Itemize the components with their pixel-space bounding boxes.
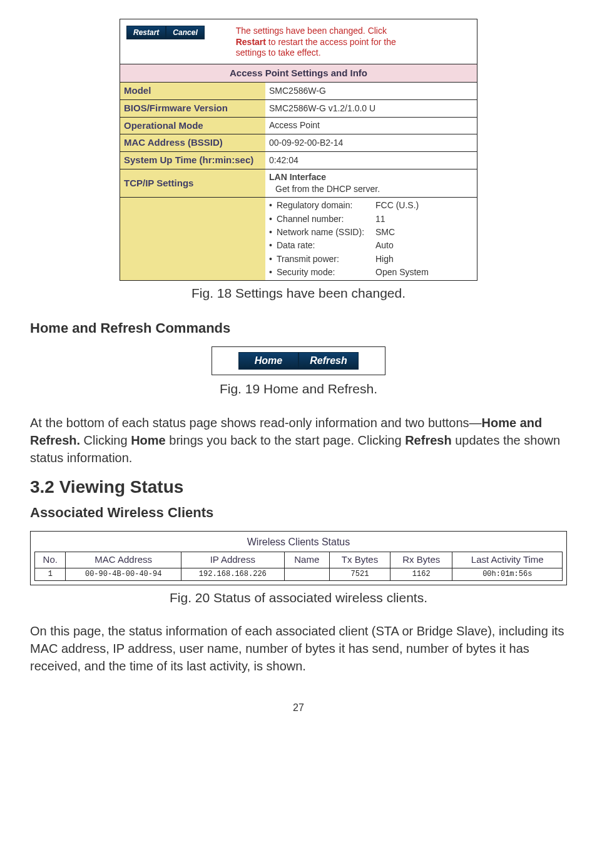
clients-paragraph: On this page, the status information of … [30, 623, 567, 675]
settings-table: Access Point Settings and Info Model SMC… [120, 64, 477, 281]
row-mac-label: MAC Address (BSSID) [120, 134, 265, 152]
row-specs-label [120, 198, 265, 280]
col-tx: Tx Bytes [329, 552, 390, 568]
section-3-2-heading: 3.2 Viewing Status [30, 475, 567, 500]
fig20-caption: Fig. 20 Status of associated wireless cl… [30, 589, 567, 607]
col-rx: Rx Bytes [390, 552, 452, 568]
fig18-box: Restart Cancel The settings have been ch… [120, 19, 477, 281]
cell-name [284, 568, 329, 580]
row-mac-value: 00-09-92-00-B2-14 [265, 134, 477, 152]
home-refresh-heading: Home and Refresh Commands [30, 319, 567, 338]
settings-changed-message: The settings have been changed. Click Re… [236, 26, 417, 59]
fig18-caption: Fig. 18 Settings have been changed. [30, 285, 567, 303]
row-model-value: SMC2586W-G [265, 83, 477, 100]
col-no: No. [35, 552, 66, 568]
row-tcp-label: TCP/IP Settings [120, 169, 265, 198]
row-mode-value: Access Point [265, 117, 477, 134]
col-mac: MAC Address [66, 552, 181, 568]
cancel-button[interactable]: Cancel [166, 26, 204, 39]
row-specs-value: Regulatory domain: FCC (U.S.) Channel nu… [265, 198, 477, 280]
table-row: 100-90-4B-00-40-94192.168.168.2267521116… [35, 568, 563, 580]
cell-no: 1 [35, 568, 66, 580]
row-uptime-label: System Up Time (hr:min:sec) [120, 151, 265, 169]
restart-button[interactable]: Restart [126, 26, 166, 39]
row-tcp-value: LAN Interface Get from the DHCP server. [265, 169, 477, 198]
refresh-button[interactable]: Refresh [298, 352, 359, 370]
cell-rx: 1162 [390, 568, 452, 580]
row-bios-label: BIOS/Firmware Version [120, 99, 265, 117]
col-name: Name [284, 552, 329, 568]
home-button[interactable]: Home [238, 352, 298, 370]
clients-table: No. MAC Address IP Address Name Tx Bytes… [34, 552, 563, 580]
home-refresh-paragraph: At the bottom of each status page shows … [30, 415, 567, 467]
cell-mac: 00-90-4B-00-40-94 [66, 568, 181, 580]
row-model-label: Model [120, 83, 265, 100]
cell-last: 00h:01m:56s [452, 568, 563, 580]
row-mode-label: Operational Mode [120, 117, 265, 134]
row-bios-value: SMC2586W-G v1.2/1.0.0 U [265, 99, 477, 117]
settings-table-header: Access Point Settings and Info [120, 64, 477, 83]
fig19-box: Home Refresh [212, 346, 385, 375]
col-last: Last Activity Time [452, 552, 563, 568]
fig20-box: Wireless Clients Status No. MAC Address … [30, 531, 567, 585]
cell-ip: 192.168.168.226 [181, 568, 284, 580]
clients-table-title: Wireless Clients Status [34, 535, 563, 552]
row-uptime-value: 0:42:04 [265, 151, 477, 169]
fig19-caption: Fig. 19 Home and Refresh. [30, 380, 567, 398]
associated-clients-heading: Associated Wireless Clients [30, 503, 567, 522]
col-ip: IP Address [181, 552, 284, 568]
cell-tx: 7521 [329, 568, 390, 580]
page-number: 27 [30, 701, 567, 715]
